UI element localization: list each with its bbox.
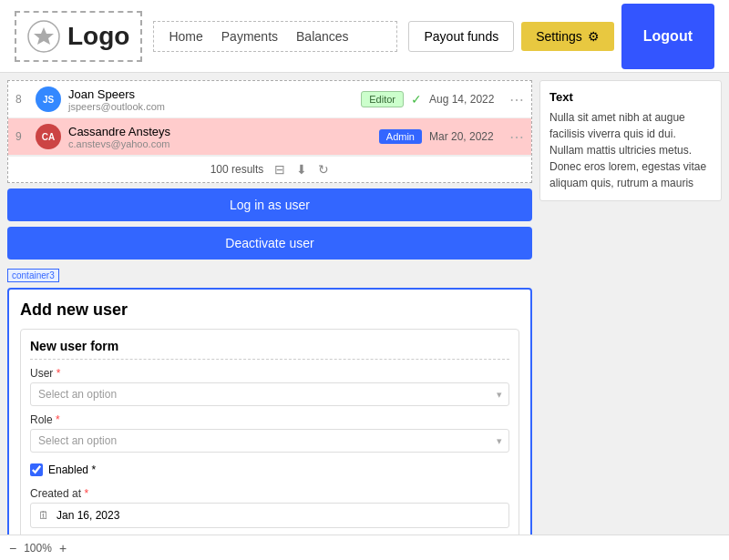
download-icon[interactable]: ⬇	[296, 162, 307, 177]
add-user-section: Add new user New user form User * Select…	[7, 288, 532, 560]
filter-icon[interactable]: ⊟	[274, 162, 285, 177]
role-select-wrapper: Select an option	[30, 429, 509, 453]
date-value: Jan 16, 2023	[56, 509, 119, 522]
container-label: container3	[7, 269, 59, 282]
nav-balances[interactable]: Balances	[296, 29, 349, 44]
role-select[interactable]: Select an option	[30, 429, 509, 453]
calendar-icon: 🗓	[38, 509, 49, 522]
avatar: JS	[36, 87, 61, 112]
enabled-label: Enabled *	[48, 463, 96, 476]
enabled-checkbox[interactable]	[30, 463, 43, 476]
user-table: 8 JS Joan Speers jspeers@outlook.com Edi…	[7, 80, 532, 183]
verified-icon: ✓	[411, 92, 422, 107]
date-input[interactable]: 🗓 Jan 16, 2023	[30, 503, 509, 528]
logo: Logo	[15, 11, 142, 62]
role-field: Role * Select an option	[30, 413, 509, 453]
user-email: jspeers@outlook.com	[68, 101, 354, 112]
payout-button[interactable]: Payout funds	[408, 21, 514, 52]
bottom-bar: − 100% +	[0, 535, 729, 560]
text-box-title: Text	[549, 90, 712, 104]
settings-label: Settings	[536, 29, 582, 44]
role-badge: Admin	[379, 129, 422, 144]
user-select-wrapper: Select an option	[30, 382, 509, 406]
header-actions: Payout funds Settings ⚙ Logout	[408, 4, 714, 69]
more-icon[interactable]: ⋯	[509, 91, 524, 108]
svg-marker-1	[34, 27, 54, 45]
nav-payments[interactable]: Payments	[221, 29, 278, 44]
user-email: c.anstevs@yahoo.com	[68, 138, 372, 149]
user-info: Cassandre Ansteys c.anstevs@yahoo.com	[68, 125, 372, 149]
text-box: Text Nulla sit amet nibh at augue facili…	[539, 80, 722, 201]
deactivate-user-button[interactable]: Deactivate user	[7, 227, 532, 260]
created-at-label: Created at *	[30, 487, 509, 500]
enabled-field: Enabled *	[30, 460, 509, 480]
table-row[interactable]: 9 CA Cassandre Ansteys c.anstevs@yahoo.c…	[8, 118, 531, 156]
avatar: CA	[36, 124, 61, 149]
form-title: New user form	[30, 339, 509, 360]
nav-home[interactable]: Home	[169, 29, 202, 44]
results-count: 100 results	[210, 163, 264, 176]
user-label: User *	[30, 367, 509, 380]
user-name: Cassandre Ansteys	[68, 125, 372, 138]
user-field: User * Select an option	[30, 367, 509, 406]
right-panel: Text Nulla sit amet nibh at augue facili…	[539, 80, 722, 553]
add-user-title: Add new user	[20, 300, 519, 320]
logo-icon	[27, 20, 60, 53]
date: Mar 20, 2022	[429, 130, 502, 143]
created-at-field: Created at * 🗓 Jan 16, 2023	[30, 487, 509, 528]
zoom-level: 100%	[24, 542, 52, 555]
logo-text: Logo	[67, 22, 129, 51]
role-label: Role *	[30, 413, 509, 426]
refresh-icon[interactable]: ↻	[318, 162, 329, 177]
table-footer: 100 results ⊟ ⬇ ↻	[8, 156, 531, 182]
text-box-content: Nulla sit amet nibh at augue facilisis v…	[549, 109, 712, 191]
navigation: Home Payments Balances	[153, 21, 397, 52]
gear-icon: ⚙	[588, 29, 600, 44]
more-icon[interactable]: ⋯	[509, 128, 524, 146]
user-select[interactable]: Select an option	[30, 382, 509, 406]
row-number: 9	[15, 130, 28, 143]
new-user-form: New user form User * Select an option	[20, 329, 519, 560]
logout-button[interactable]: Logout	[621, 4, 714, 69]
zoom-in-button[interactable]: +	[59, 541, 67, 555]
table-row[interactable]: 8 JS Joan Speers jspeers@outlook.com Edi…	[8, 81, 531, 118]
user-info: Joan Speers jspeers@outlook.com	[68, 87, 354, 112]
date: Aug 14, 2022	[429, 93, 502, 106]
row-number: 8	[15, 93, 28, 106]
role-badge: Editor	[361, 91, 404, 107]
user-name: Joan Speers	[68, 87, 354, 101]
login-as-user-button[interactable]: Log in as user	[7, 188, 532, 221]
settings-button[interactable]: Settings ⚙	[521, 22, 614, 51]
zoom-out-button[interactable]: −	[9, 541, 16, 555]
